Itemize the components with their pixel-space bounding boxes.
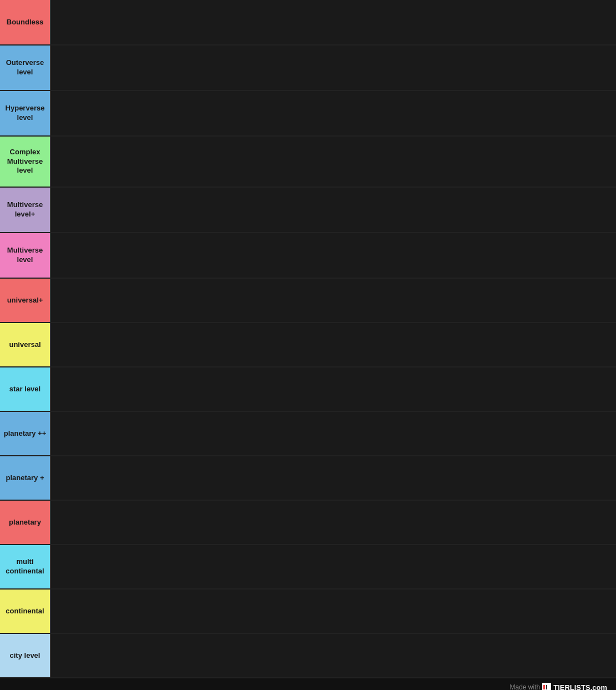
tier-content-outerverse[interactable] [50,46,616,90]
tier-row-city: city level [0,634,616,678]
tier-content-hyperverse[interactable] [50,91,616,135]
tier-row-universal: universal [0,323,616,367]
svg-rect-1 [543,685,545,689]
tier-row-planetary: planetary [0,501,616,545]
tier-label-multiverse: Multiverse level [0,233,50,278]
tier-label-planetary-p: planetary + [0,456,50,500]
tier-label-city: city level [0,634,50,677]
tier-label-universal-plus: universal+ [0,279,50,322]
tier-label-multiverse-plus: Multiverse level+ [0,188,50,232]
tier-label-hyperverse: Hyperverse level [0,91,50,135]
tier-row-planetary-p: planetary + [0,456,616,501]
footer: Made with TIERLISTS.com [0,678,616,690]
tier-list: BoundlessOuterverse levelHyperverse leve… [0,0,616,678]
tier-label-outerverse: Outerverse level [0,46,50,90]
tier-label-continental: continental [0,590,50,633]
tier-label-planetary-pp: planetary ++ [0,412,50,455]
made-with-text: Made with [510,683,541,690]
tier-content-planetary-pp[interactable] [50,412,616,455]
tier-content-continental[interactable] [50,590,616,633]
tier-content-multi-continental[interactable] [50,545,616,588]
tier-content-city[interactable] [50,634,616,677]
tierlists-icon [542,683,551,690]
tier-row-universal-plus: universal+ [0,279,616,323]
tier-label-planetary: planetary [0,501,50,544]
tier-row-complex-multiverse: Complex Multiverse level [0,137,616,188]
tier-label-boundless: Boundless [0,0,50,44]
tier-label-complex-multiverse: Complex Multiverse level [0,137,50,187]
tier-row-planetary-pp: planetary ++ [0,412,616,456]
tier-label-multi-continental: multi continental [0,545,50,588]
tier-label-universal: universal [0,323,50,366]
tier-row-outerverse: Outerverse level [0,46,616,91]
tier-content-multiverse[interactable] [50,233,616,278]
tier-row-star: star level [0,367,616,412]
tier-row-multi-continental: multi continental [0,545,616,590]
footer-text: Made with TIERLISTS.com [510,683,608,690]
tier-content-multiverse-plus[interactable] [50,188,616,232]
tier-content-universal[interactable] [50,323,616,366]
tier-label-star: star level [0,367,50,411]
tier-content-universal-plus[interactable] [50,279,616,322]
tier-row-continental: continental [0,590,616,634]
tier-content-planetary-p[interactable] [50,456,616,500]
tier-content-star[interactable] [50,367,616,411]
tier-row-multiverse: Multiverse level [0,233,616,279]
tier-row-multiverse-plus: Multiverse level+ [0,188,616,233]
tier-content-boundless[interactable] [50,0,616,44]
tier-content-complex-multiverse[interactable] [50,137,616,187]
tier-content-planetary[interactable] [50,501,616,544]
svg-rect-2 [546,685,547,689]
tier-row-hyperverse: Hyperverse level [0,91,616,137]
tier-row-boundless: Boundless [0,0,616,46]
footer-brand: TIERLISTS.com [553,683,607,691]
